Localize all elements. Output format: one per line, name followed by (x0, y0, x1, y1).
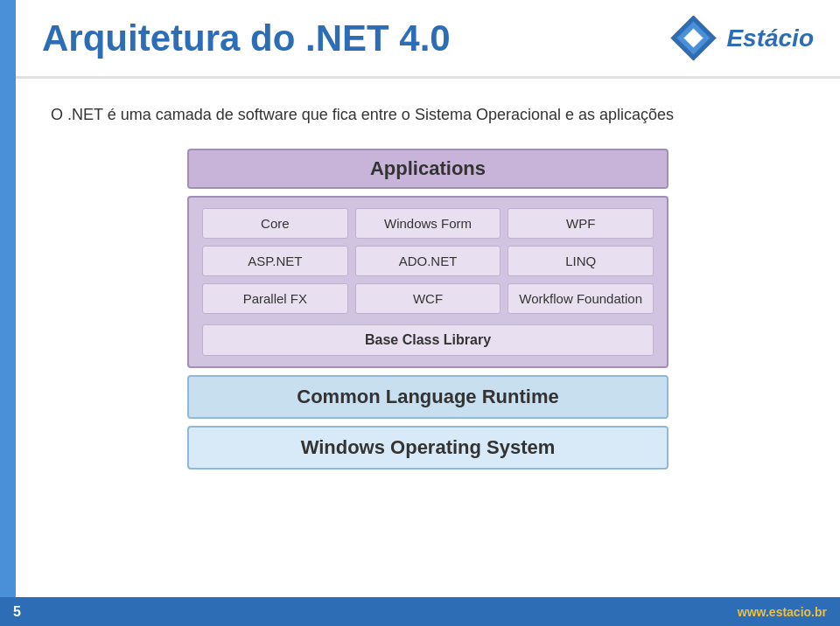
header: Arquitetura do .NET 4.0 Estácio (16, 0, 840, 79)
cell-workflow-foundation: Workflow Foundation (508, 283, 654, 314)
main-content: O .NET é uma camada de software que fica… (16, 81, 840, 597)
framework-row-2: ASP.NET ADO.NET LINQ (202, 246, 654, 276)
left-accent-bar (0, 0, 16, 626)
framework-row-1: Core Windows Form WPF (202, 208, 654, 239)
footer: 5 www.estacio.br (0, 597, 840, 626)
page-title: Arquitetura do .NET 4.0 (42, 17, 451, 59)
estacio-logo-icon (669, 14, 718, 62)
cell-asp-net: ASP.NET (202, 246, 348, 276)
cell-parallel-fx: Parallel FX (202, 283, 348, 314)
cell-wcf: WCF (355, 283, 501, 314)
intro-paragraph: O .NET é uma camada de software que fica… (51, 103, 805, 127)
architecture-diagram: Applications Core Windows Form WPF ASP.N… (187, 149, 668, 470)
cell-wpf: WPF (508, 208, 654, 239)
cell-windows-form: Windows Form (355, 208, 501, 239)
base-class-library-box: Base Class Library (202, 324, 654, 356)
framework-row-3: Parallel FX WCF Workflow Foundation (202, 283, 654, 314)
cell-linq: LINQ (508, 246, 654, 276)
applications-box: Applications (187, 149, 668, 189)
footer-url: www.estacio.br (738, 605, 827, 619)
framework-box: Core Windows Form WPF ASP.NET ADO.NET LI… (187, 196, 668, 368)
wos-box: Windows Operating System (187, 426, 668, 470)
logo-text: Estácio (726, 24, 814, 52)
cell-core: Core (202, 208, 348, 239)
logo-area: Estácio (669, 14, 814, 62)
clr-box: Common Language Runtime (187, 375, 668, 419)
page-number: 5 (13, 604, 21, 620)
cell-ado-net: ADO.NET (355, 246, 501, 276)
